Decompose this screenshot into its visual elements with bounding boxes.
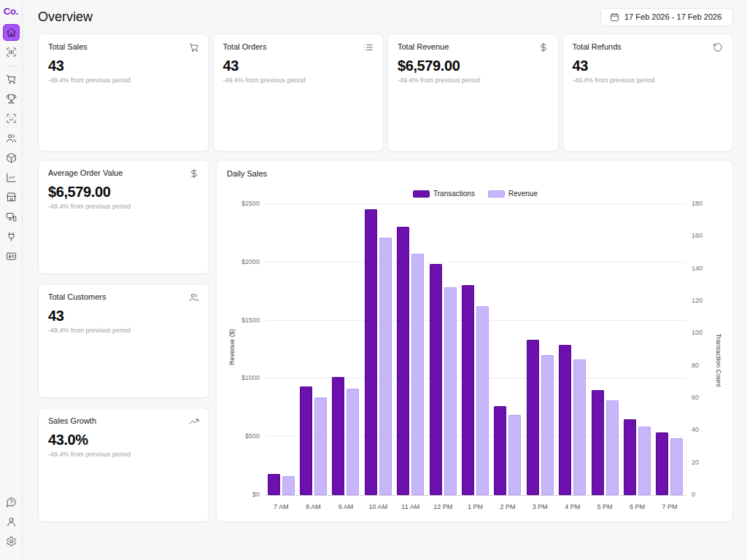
left-axis-tick: $500: [245, 433, 260, 440]
sidebar-item-integrations[interactable]: [3, 228, 20, 245]
card-change: -49.4% from previous period: [48, 203, 199, 210]
left-axis-tick: $2500: [241, 201, 260, 207]
bar-revenue-12-pm: [444, 287, 457, 495]
bar-group-10-am: [362, 204, 394, 495]
x-axis-label: 3 PM: [524, 503, 556, 510]
calendar-icon: [610, 12, 619, 22]
right-axis-tick: 140: [692, 265, 703, 272]
bar-group-5-pm: [589, 204, 621, 495]
stat-card-average-order-value: Average Order Value $6,579.00 -49.4% fro…: [38, 160, 209, 274]
bar-transactions-2-pm: [494, 406, 506, 495]
bar-group-3-pm: [524, 204, 556, 495]
main-content: Overview 17 Feb 2026 - 17 Feb 2026 Total…: [23, 0, 747, 560]
card-change: -49.4% from previous period: [223, 77, 374, 84]
sidebar-item-customers[interactable]: [3, 130, 20, 147]
brand-logo: Co.: [4, 6, 18, 17]
line-chart-icon: [6, 172, 17, 183]
bar-transactions-7-am: [268, 474, 280, 495]
card-title: Average Order Value: [48, 168, 123, 177]
x-axis-label: 7 PM: [654, 503, 686, 510]
bar-transactions-3-pm: [527, 340, 539, 495]
legend-label: Revenue: [508, 190, 538, 198]
right-axis-tick: 20: [692, 459, 699, 466]
card-title: Total Refunds: [573, 42, 622, 51]
sidebar-item-settings[interactable]: [3, 533, 20, 550]
sidebar-item-scan[interactable]: [3, 44, 20, 61]
revenue-swatch: [488, 190, 505, 198]
right-axis-tick: 0: [692, 491, 695, 498]
chart-area: Transactions Revenue Revenue ($) Transac…: [227, 181, 722, 513]
stat-card-total-revenue: Total Revenue $6,579.00 -49.4% from prev…: [387, 34, 559, 152]
left-axis-tick: $1000: [241, 375, 260, 381]
stat-cards-row: Total Sales 43 -49.4% from previous peri…: [38, 34, 733, 152]
bar-transactions-1-pm: [462, 285, 474, 495]
id-card-icon: [6, 251, 17, 262]
sidebar-item-orders[interactable]: [3, 71, 20, 88]
page-title: Overview: [38, 9, 93, 25]
date-range-label: 17 Feb 2026 - 17 Feb 2026: [624, 12, 721, 21]
bar-transactions-5-pm: [592, 390, 604, 495]
scan-barcode-icon: [6, 47, 17, 58]
bar-group-7-am: [265, 204, 297, 495]
sidebar-divider: [5, 66, 18, 66]
card-title: Total Sales: [48, 42, 88, 51]
stat-card-total-customers: Total Customers 43 -49.4% from previous …: [38, 284, 209, 398]
chart-title: Daily Sales: [227, 169, 722, 178]
right-axis-title: Transaction Count: [715, 334, 722, 387]
sidebar-item-devices[interactable]: [3, 209, 20, 225]
bar-group-1-pm: [459, 204, 491, 495]
x-axis-label: 5 PM: [589, 503, 621, 510]
card-title: Total Customers: [48, 292, 106, 301]
sidebar-item-help[interactable]: [3, 494, 20, 510]
bar-transactions-10-am: [365, 209, 377, 495]
bar-group-9-am: [330, 204, 362, 495]
list-icon: [363, 42, 374, 52]
sidebar-item-home[interactable]: [3, 24, 20, 41]
bar-revenue-10-am: [379, 238, 392, 495]
sidebar-item-face-scan[interactable]: [3, 110, 20, 127]
bar-revenue-11-am: [411, 254, 424, 495]
sidebar-item-account[interactable]: [3, 513, 20, 530]
bar-group-7-pm: [654, 204, 686, 495]
right-axis-tick: 160: [692, 233, 703, 239]
sidebar-item-rewards[interactable]: [3, 90, 20, 107]
sidebar-item-cards[interactable]: [3, 248, 20, 265]
bars-layer: [265, 204, 686, 495]
users-icon: [189, 292, 199, 303]
right-axis-tick: 40: [692, 427, 699, 433]
chart-legend: Transactions Revenue: [265, 190, 686, 198]
date-range-button[interactable]: 17 Feb 2026 - 17 Feb 2026: [600, 8, 733, 26]
trophy-icon: [6, 93, 17, 104]
package-icon: [6, 152, 17, 163]
card-change: -49.4% from previous period: [573, 77, 724, 84]
bar-group-2-pm: [492, 204, 524, 495]
right-axis-tick: 60: [692, 394, 699, 401]
left-stats-column: Average Order Value $6,579.00 -49.4% fro…: [38, 160, 209, 522]
sidebar-item-analytics[interactable]: [3, 169, 20, 186]
bar-revenue-9-am: [347, 389, 359, 495]
bar-transactions-4-pm: [559, 345, 571, 495]
x-axis-label: 6 PM: [621, 503, 653, 510]
x-axis-label: 2 PM: [492, 503, 524, 510]
bar-transactions-6-pm: [624, 419, 636, 495]
bar-revenue-7-am: [282, 476, 295, 495]
x-axis-label: 11 AM: [395, 503, 427, 510]
bar-group-6-pm: [621, 204, 653, 495]
legend-label: Transactions: [433, 190, 475, 198]
card-change: -49.4% from previous period: [48, 77, 199, 84]
left-axis-title: Revenue ($): [228, 329, 236, 365]
bar-revenue-1-pm: [476, 306, 489, 495]
card-value: 43: [573, 58, 724, 74]
card-value: 43: [48, 308, 199, 324]
sidebar-item-products[interactable]: [3, 149, 20, 166]
sidebar-item-store[interactable]: [3, 189, 20, 206]
x-axis-labels: 7 AM8 AM9 AM10 AM11 AM12 PM1 PM2 PM3 PM4…: [265, 503, 686, 510]
dollar-icon: [538, 42, 549, 52]
x-axis-label: 7 AM: [265, 503, 297, 510]
bar-transactions-9-am: [332, 377, 344, 495]
right-axis-tick: 80: [692, 362, 699, 369]
content-row: Average Order Value $6,579.00 -49.4% fro…: [38, 160, 733, 522]
bar-transactions-8-am: [300, 386, 312, 495]
app-window: Co. Overview 17 Feb 2026 - 17 Feb 2026: [0, 0, 747, 560]
bar-revenue-2-pm: [508, 415, 521, 495]
